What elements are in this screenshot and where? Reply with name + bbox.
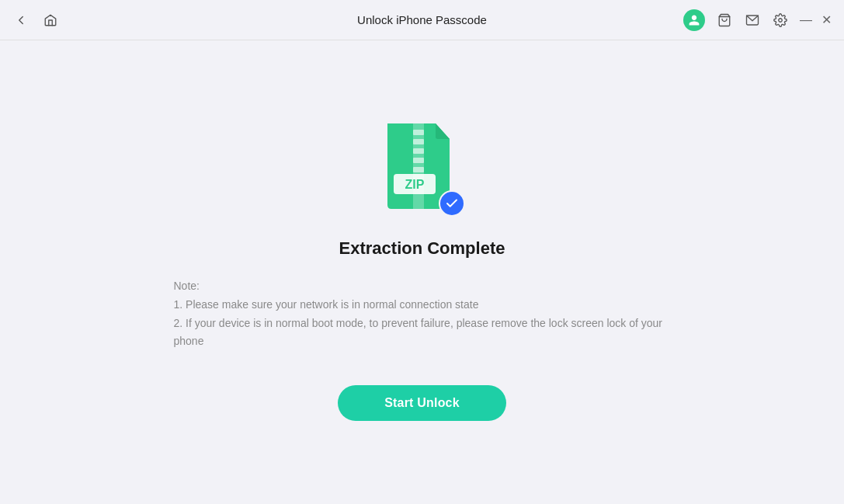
window-controls: — ✕ bbox=[800, 14, 832, 26]
mail-button[interactable] bbox=[744, 12, 761, 29]
window-title: Unlock iPhone Passcode bbox=[357, 13, 487, 26]
svg-text:ZIP: ZIP bbox=[405, 178, 424, 191]
title-bar: Unlock iPhone Passcode — ✕ bbox=[0, 0, 844, 40]
close-button[interactable]: ✕ bbox=[821, 14, 832, 26]
svg-rect-7 bbox=[413, 158, 424, 163]
main-content: ZIP Extraction Complete Note: 1. Please … bbox=[0, 40, 844, 504]
svg-rect-8 bbox=[413, 167, 424, 172]
nav-left bbox=[12, 12, 59, 29]
start-unlock-button[interactable]: Start Unlock bbox=[338, 385, 506, 421]
note-label: Note: bbox=[174, 277, 671, 296]
zip-icon-container: ZIP bbox=[380, 123, 465, 217]
back-button[interactable] bbox=[12, 12, 30, 29]
note-line1: 1. Please make sure your network is in n… bbox=[174, 296, 671, 315]
svg-rect-3 bbox=[413, 123, 424, 209]
settings-button[interactable] bbox=[772, 12, 789, 29]
svg-rect-4 bbox=[413, 130, 424, 135]
cart-button[interactable] bbox=[716, 12, 733, 29]
minimize-button[interactable]: — bbox=[800, 14, 812, 26]
extraction-title: Extraction Complete bbox=[339, 238, 505, 259]
profile-button[interactable] bbox=[683, 9, 705, 31]
note-line2: 2. If your device is in normal boot mode… bbox=[174, 315, 671, 352]
svg-rect-5 bbox=[413, 139, 424, 144]
nav-right: — ✕ bbox=[683, 9, 832, 31]
note-section: Note: 1. Please make sure your network i… bbox=[174, 277, 671, 351]
home-button[interactable] bbox=[42, 12, 59, 29]
svg-point-2 bbox=[779, 18, 783, 22]
svg-rect-6 bbox=[413, 148, 424, 154]
checkmark-badge bbox=[439, 190, 465, 217]
